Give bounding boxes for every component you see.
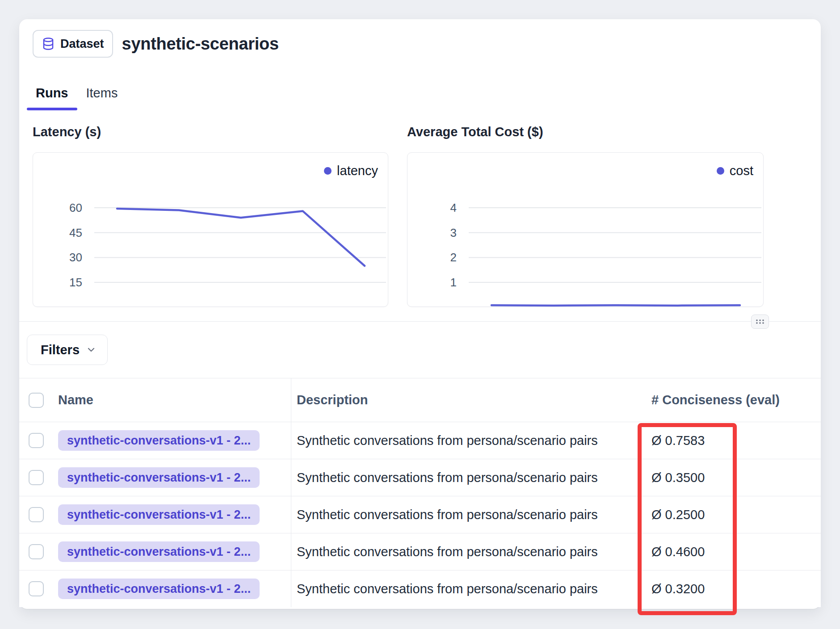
conciseness-score: Ø 0.3500 (651, 470, 705, 485)
run-name-link[interactable]: synthetic-conversations-v1 - 2... (58, 467, 260, 488)
column-header-conciseness: # Conciseness (eval) (651, 393, 780, 407)
svg-text:30: 30 (69, 251, 82, 264)
conciseness-score: Ø 0.3200 (651, 582, 705, 596)
tab-runs[interactable]: Runs (27, 85, 77, 108)
page-title: synthetic-scenarios (122, 34, 279, 54)
run-name-link[interactable]: synthetic-conversations-v1 - 2... (58, 579, 260, 599)
table-row[interactable]: synthetic-conversations-v1 - 2... Synthe… (19, 570, 821, 607)
run-name-label: synthetic-conversations-v1 - 2... (67, 582, 251, 596)
row-checkbox[interactable] (29, 544, 44, 559)
tab-bar: Runs Items (27, 85, 126, 108)
run-name-link[interactable]: synthetic-conversations-v1 - 2... (58, 541, 260, 562)
table-row[interactable]: synthetic-conversations-v1 - 2... Synthe… (19, 533, 821, 570)
row-checkbox[interactable] (29, 433, 44, 448)
row-checkbox[interactable] (29, 470, 44, 485)
page-header: Dataset synthetic-scenarios (33, 30, 279, 58)
runs-table: Name Description # Conciseness (eval) sy… (19, 378, 821, 607)
latency-chart-title: Latency (s) (33, 125, 101, 139)
svg-text:4: 4 (450, 201, 457, 214)
table-header-row: Name Description # Conciseness (eval) (19, 378, 821, 422)
legend-dot-icon (324, 167, 332, 175)
run-name-label: synthetic-conversations-v1 - 2... (67, 471, 251, 485)
table-row[interactable]: synthetic-conversations-v1 - 2... Synthe… (19, 422, 821, 459)
table-row[interactable]: synthetic-conversations-v1 - 2... Synthe… (19, 459, 821, 496)
svg-text:2: 2 (450, 251, 457, 264)
cost-chart-title: Average Total Cost ($) (407, 125, 543, 139)
latency-chart-panel: 60453015 latency (33, 152, 388, 307)
svg-text:3: 3 (450, 226, 457, 239)
conciseness-score: Ø 0.2500 (651, 507, 705, 522)
legend-label: latency (337, 164, 378, 178)
legend-dot-icon (717, 167, 724, 175)
run-name-link[interactable]: synthetic-conversations-v1 - 2... (58, 504, 260, 525)
dataset-badge: Dataset (33, 30, 113, 58)
tab-items[interactable]: Items (77, 85, 127, 108)
cost-chart: 4321 (407, 153, 763, 306)
svg-text:45: 45 (69, 226, 82, 239)
cost-chart-legend[interactable]: cost (717, 164, 753, 178)
svg-text:1: 1 (450, 276, 457, 289)
database-icon (42, 37, 55, 50)
run-description: Synthetic conversations from persona/sce… (297, 545, 598, 559)
run-description: Synthetic conversations from persona/sce… (297, 507, 598, 522)
dataset-badge-label: Dataset (60, 37, 104, 51)
run-description: Synthetic conversations from persona/sce… (297, 470, 598, 485)
run-description: Synthetic conversations from persona/sce… (297, 433, 598, 448)
latency-chart-legend[interactable]: latency (324, 164, 378, 178)
run-name-label: synthetic-conversations-v1 - 2... (67, 508, 251, 522)
row-checkbox[interactable] (29, 507, 44, 522)
section-divider (19, 321, 821, 322)
legend-label: cost (730, 164, 753, 178)
svg-text:60: 60 (69, 201, 82, 214)
grip-dots-icon (755, 318, 765, 325)
conciseness-score: Ø 0.4600 (651, 545, 705, 559)
cost-chart-panel: 4321 cost (407, 152, 764, 307)
table-body: synthetic-conversations-v1 - 2... Synthe… (19, 422, 821, 607)
conciseness-score: Ø 0.7583 (651, 433, 705, 448)
column-header-description: Description (297, 393, 368, 407)
chevron-down-icon (86, 344, 97, 355)
filters-button-label: Filters (41, 343, 80, 357)
filters-button[interactable]: Filters (27, 335, 108, 365)
row-checkbox[interactable] (29, 581, 44, 596)
run-name-label: synthetic-conversations-v1 - 2... (67, 545, 251, 559)
run-name-link[interactable]: synthetic-conversations-v1 - 2... (58, 430, 260, 451)
table-row[interactable]: synthetic-conversations-v1 - 2... Synthe… (19, 496, 821, 533)
svg-text:15: 15 (69, 276, 82, 289)
run-description: Synthetic conversations from persona/sce… (297, 582, 598, 596)
drag-handle-icon[interactable] (751, 314, 769, 329)
run-name-label: synthetic-conversations-v1 - 2... (67, 434, 251, 448)
column-header-name: Name (58, 393, 93, 407)
select-all-checkbox[interactable] (29, 393, 44, 408)
dataset-panel: Dataset synthetic-scenarios Runs Items L… (19, 19, 821, 609)
